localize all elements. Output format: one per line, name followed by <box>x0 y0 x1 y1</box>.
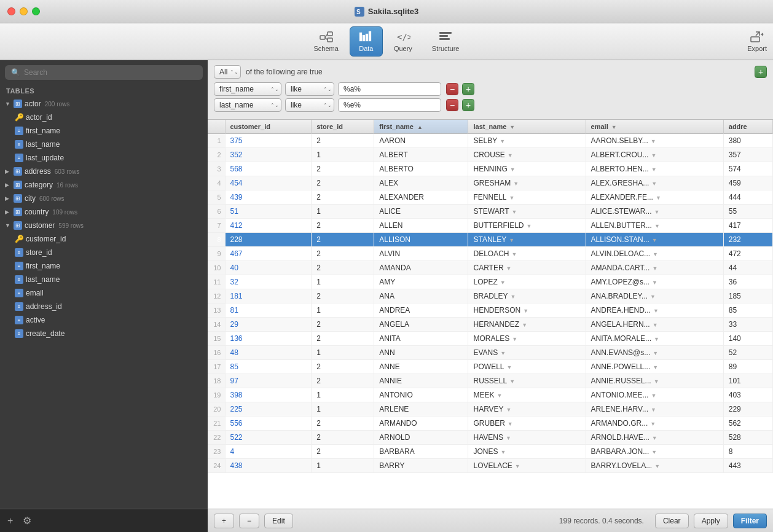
settings-button[interactable]: ⚙ <box>20 512 34 529</box>
minimize-button[interactable] <box>20 7 28 15</box>
table-row[interactable]: 74122ALLENBUTTERFIELD▼ALLEN.BUTTER...▼41… <box>208 219 773 233</box>
cell-customer_id[interactable]: 568 <box>225 162 312 176</box>
th-email[interactable]: email ▼ <box>586 120 723 134</box>
cell-customer_id[interactable]: 40 <box>225 261 312 275</box>
clear-button[interactable]: Clear <box>655 514 689 528</box>
close-button[interactable] <box>7 7 15 15</box>
structure-tab[interactable]: Structure <box>423 27 468 56</box>
edit-button[interactable]: Edit <box>264 514 293 528</box>
sidebar-item-city[interactable]: ▶ ⊞ city 600 rows <box>0 192 208 205</box>
th-first_name[interactable]: first_name ▲ <box>374 120 468 134</box>
field-select-1-wrap[interactable]: first_name <box>214 82 281 96</box>
table-row[interactable]: 94672ALVINDELOACH▼ALVIN.DELOAC...▼472 <box>208 247 773 261</box>
add-row-button[interactable]: + <box>214 514 234 528</box>
add-filter-after-1-button[interactable]: + <box>462 83 474 95</box>
table-row[interactable]: 35682ALBERTOHENNING▼ALBERTO.HEN...▼574 <box>208 162 773 176</box>
sidebar-col-actor-last_update[interactable]: ≡ last_update <box>0 151 208 165</box>
sidebar-col-active[interactable]: ≡ active <box>0 313 208 327</box>
field-select-1[interactable]: first_name <box>214 82 281 96</box>
sidebar-item-customer[interactable]: ▼ ⊞ customer 599 rows <box>0 219 208 232</box>
remove-filter-1-button[interactable]: − <box>446 83 458 95</box>
add-table-button[interactable]: + <box>5 513 15 529</box>
cell-customer_id[interactable]: 48 <box>225 346 312 360</box>
sidebar-col-create_date[interactable]: ≡ create_date <box>0 327 208 340</box>
th-customer_id[interactable]: customer_id <box>225 120 312 134</box>
filter-value-2[interactable] <box>338 98 441 112</box>
filter-arrow-icon[interactable]: ▼ <box>509 124 515 130</box>
scope-select[interactable]: All <box>214 65 241 79</box>
table-row[interactable]: 193981ANTONIOMEEK▼ANTONIO.MEE...▼403 <box>208 388 773 402</box>
table-row[interactable]: 17852ANNEPOWELL▼ANNE.POWELL...▼89 <box>208 360 773 374</box>
cell-customer_id[interactable]: 97 <box>225 374 312 388</box>
add-filter-after-2-button[interactable]: + <box>462 99 474 111</box>
table-row[interactable]: 23521ALBERTCROUSE▼ALBERT.CROU...▼357 <box>208 148 773 162</box>
table-row[interactable]: 14292ANGELAHERNANDEZ▼ANGELA.HERN...▼33 <box>208 318 773 332</box>
add-filter-button[interactable]: + <box>755 66 767 78</box>
export-button[interactable]: Export <box>747 31 767 52</box>
sidebar-col-customer_id[interactable]: 🔑 customer_id <box>0 232 208 246</box>
table-row[interactable]: 6511ALICESTEWART▼ALICE.STEWAR...▼55 <box>208 205 773 219</box>
th-last_name[interactable]: last_name ▼ <box>468 120 586 134</box>
table-row[interactable]: 202251ARLENEHARVEY▼ARLENE.HARV...▼229 <box>208 402 773 417</box>
table-row[interactable]: 82282ALLISONSTANLEY▼ALLISON.STAN...▼232 <box>208 233 773 247</box>
table-row[interactable]: 151362ANITAMORALES▼ANITA.MORALE...▼140 <box>208 332 773 346</box>
operator-select-1-wrap[interactable]: like <box>285 82 334 96</box>
table-row[interactable]: 18972ANNIERUSSELL▼ANNIE.RUSSEL...▼101 <box>208 374 773 388</box>
sidebar-item-category[interactable]: ▶ ⊞ category 16 rows <box>0 178 208 192</box>
table-row[interactable]: 54392ALEXANDERFENNELL▼ALEXANDER.FE...▼44… <box>208 190 773 205</box>
field-select-2[interactable]: last_name <box>214 98 281 112</box>
sidebar-col-address_id[interactable]: ≡ address_id <box>0 300 208 313</box>
filter-arrow-icon[interactable]: ▼ <box>611 124 617 130</box>
filter-button[interactable]: Filter <box>733 514 767 528</box>
cell-customer_id[interactable]: 352 <box>225 148 312 162</box>
filter-value-1[interactable] <box>338 82 441 96</box>
scope-select-wrap[interactable]: All <box>214 65 241 79</box>
table-row[interactable]: 13811ANDREAHENDERSON▼ANDREA.HEND...▼85 <box>208 303 773 318</box>
sidebar-item-country[interactable]: ▶ ⊞ country 109 rows <box>0 205 208 219</box>
table-row[interactable]: 215562ARMANDOGRUBER▼ARMANDO.GR...▼562 <box>208 417 773 431</box>
cell-customer_id[interactable]: 398 <box>225 388 312 402</box>
cell-customer_id[interactable]: 228 <box>225 233 312 247</box>
cell-customer_id[interactable]: 136 <box>225 332 312 346</box>
query-tab[interactable]: </> Query <box>385 27 421 56</box>
cell-customer_id[interactable]: 556 <box>225 417 312 431</box>
remove-filter-2-button[interactable]: − <box>446 99 458 111</box>
cell-customer_id[interactable]: 438 <box>225 459 312 473</box>
cell-customer_id[interactable]: 181 <box>225 289 312 303</box>
table-row[interactable]: 11321AMYLOPEZ▼AMY.LOPEZ@s...▼36 <box>208 275 773 289</box>
table-row[interactable]: 121812ANABRADLEY▼ANA.BRADLEY...▼185 <box>208 289 773 303</box>
remove-row-button[interactable]: − <box>239 514 259 528</box>
th-addr[interactable]: addre <box>723 120 772 134</box>
search-box[interactable]: 🔍 <box>5 65 203 80</box>
sidebar-col-customer-last_name[interactable]: ≡ last_name <box>0 273 208 286</box>
search-input[interactable] <box>24 68 197 77</box>
schema-tab[interactable]: Schema <box>305 27 347 56</box>
cell-customer_id[interactable]: 29 <box>225 318 312 332</box>
sidebar-col-store_id[interactable]: ≡ store_id <box>0 246 208 259</box>
operator-select-2-wrap[interactable]: like <box>285 98 334 112</box>
sidebar-item-actor[interactable]: ▼ ⊞ actor 200 rows <box>0 97 208 111</box>
sidebar-col-actor_id[interactable]: 🔑 actor_id <box>0 111 208 124</box>
table-row[interactable]: 13752AARONSELBY▼AARON.SELBY...▼380 <box>208 134 773 148</box>
sidebar-col-actor-last_name[interactable]: ≡ last_name <box>0 138 208 151</box>
sidebar-item-address[interactable]: ▶ ⊞ address 603 rows <box>0 165 208 178</box>
data-tab[interactable]: Data <box>350 26 383 57</box>
cell-customer_id[interactable]: 4 <box>225 445 312 459</box>
cell-customer_id[interactable]: 85 <box>225 360 312 374</box>
table-row[interactable]: 16481ANNEVANS▼ANN.EVANS@s...▼52 <box>208 346 773 360</box>
cell-customer_id[interactable]: 439 <box>225 190 312 205</box>
th-store_id[interactable]: store_id <box>312 120 374 134</box>
cell-customer_id[interactable]: 81 <box>225 303 312 318</box>
operator-select-1[interactable]: like <box>285 82 334 96</box>
sidebar-col-customer-first_name[interactable]: ≡ first_name <box>0 259 208 273</box>
maximize-button[interactable] <box>32 7 40 15</box>
table-row[interactable]: 2342BARBARAJONES▼BARBARA.JON...▼8 <box>208 445 773 459</box>
cell-customer_id[interactable]: 454 <box>225 176 312 190</box>
cell-customer_id[interactable]: 412 <box>225 219 312 233</box>
cell-customer_id[interactable]: 225 <box>225 402 312 417</box>
cell-customer_id[interactable]: 375 <box>225 134 312 148</box>
cell-customer_id[interactable]: 467 <box>225 247 312 261</box>
cell-customer_id[interactable]: 522 <box>225 431 312 445</box>
cell-customer_id[interactable]: 51 <box>225 205 312 219</box>
cell-customer_id[interactable]: 32 <box>225 275 312 289</box>
